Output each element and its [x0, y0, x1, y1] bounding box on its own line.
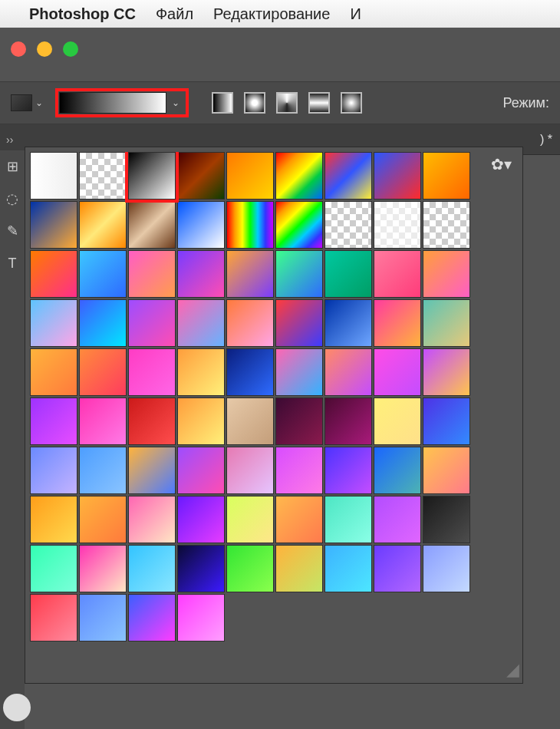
- gradient-swatch[interactable]: [374, 397, 421, 445]
- gradient-swatch[interactable]: [374, 496, 421, 543]
- linear-gradient-button[interactable]: [212, 92, 233, 114]
- gradient-swatch[interactable]: [324, 397, 372, 445]
- tool-icon[interactable]: ◌: [0, 183, 25, 215]
- gradient-swatch[interactable]: [423, 496, 470, 543]
- angle-gradient-button[interactable]: [276, 92, 298, 114]
- gradient-swatch[interactable]: [324, 447, 372, 494]
- zoom-tool-icon[interactable]: [3, 694, 31, 721]
- gradient-swatch[interactable]: [177, 152, 225, 200]
- gradient-swatch[interactable]: [423, 201, 470, 249]
- gradient-swatch[interactable]: [423, 447, 470, 494]
- current-gradient-preview[interactable]: [59, 92, 166, 114]
- gradient-swatch[interactable]: [275, 545, 323, 592]
- gradient-swatch[interactable]: [128, 545, 176, 592]
- gradient-swatch[interactable]: [226, 299, 274, 347]
- gradient-swatch[interactable]: [128, 447, 176, 494]
- chevron-down-icon[interactable]: ⌄: [35, 97, 43, 108]
- gradient-swatch[interactable]: [79, 545, 127, 592]
- gradient-swatch[interactable]: [275, 496, 323, 543]
- tool-preset-picker[interactable]: [11, 94, 32, 111]
- gradient-swatch[interactable]: [30, 152, 77, 200]
- gradient-swatch[interactable]: [30, 545, 77, 592]
- gradient-swatch[interactable]: [226, 348, 274, 396]
- gradient-swatch[interactable]: [226, 496, 274, 543]
- gradient-swatch[interactable]: [324, 152, 372, 200]
- expand-panels-icon[interactable]: ››: [0, 134, 19, 146]
- gradient-swatch[interactable]: [374, 348, 421, 396]
- diamond-gradient-button[interactable]: [341, 92, 362, 114]
- gradient-swatch[interactable]: [275, 348, 323, 396]
- resize-handle-icon[interactable]: ◢: [506, 660, 519, 680]
- gradient-swatch[interactable]: [128, 496, 176, 543]
- gradient-swatch[interactable]: [423, 152, 470, 200]
- menu-edit[interactable]: Редактирование: [213, 5, 330, 23]
- gradient-swatch[interactable]: [324, 299, 372, 347]
- gradient-swatch[interactable]: [275, 250, 323, 298]
- gradient-swatch[interactable]: [275, 447, 323, 494]
- gradient-swatch[interactable]: [374, 250, 421, 298]
- gradient-picker-chevron-icon[interactable]: ⌄: [166, 97, 185, 108]
- tool-icon[interactable]: T: [0, 247, 25, 279]
- gradient-swatch[interactable]: [226, 545, 274, 592]
- gradient-swatch[interactable]: [79, 447, 127, 494]
- gradient-swatch[interactable]: [374, 545, 421, 592]
- gradient-swatch[interactable]: [226, 152, 274, 200]
- gradient-swatch[interactable]: [79, 250, 127, 298]
- tool-icon[interactable]: ✎: [0, 215, 25, 247]
- app-name[interactable]: Photoshop CC: [29, 5, 136, 23]
- gradient-swatch[interactable]: [128, 250, 176, 298]
- gradient-swatch[interactable]: [275, 201, 323, 249]
- radial-gradient-button[interactable]: [244, 92, 265, 114]
- gradient-swatch[interactable]: [79, 348, 127, 396]
- gradient-swatch[interactable]: [423, 250, 470, 298]
- gradient-swatch[interactable]: [177, 447, 225, 494]
- gradient-swatch[interactable]: [177, 496, 225, 543]
- maximize-window-button[interactable]: [63, 41, 78, 57]
- gradient-swatch[interactable]: [177, 250, 225, 298]
- gradient-swatch[interactable]: [128, 594, 176, 642]
- gradient-swatch[interactable]: [374, 152, 421, 200]
- gradient-swatch[interactable]: [226, 397, 274, 445]
- gradient-swatch[interactable]: [79, 594, 127, 642]
- menu-cut[interactable]: И: [350, 5, 361, 23]
- gradient-swatch[interactable]: [30, 250, 77, 298]
- gradient-swatch[interactable]: [79, 299, 127, 347]
- gradient-swatch[interactable]: [30, 348, 77, 396]
- gradient-swatch[interactable]: [30, 201, 77, 249]
- gradient-swatch[interactable]: [177, 594, 225, 642]
- tool-icon[interactable]: ⊞: [0, 150, 25, 183]
- gradient-swatch[interactable]: [30, 397, 77, 445]
- gradient-swatch[interactable]: [30, 447, 77, 494]
- gradient-swatch[interactable]: [324, 250, 372, 298]
- menu-file[interactable]: Файл: [156, 5, 193, 23]
- gradient-swatch[interactable]: [30, 299, 77, 347]
- gear-icon[interactable]: ✿▾: [491, 155, 512, 173]
- close-window-button[interactable]: [11, 41, 26, 57]
- gradient-swatch[interactable]: [275, 397, 323, 445]
- gradient-swatch[interactable]: [30, 496, 77, 543]
- gradient-swatch[interactable]: [275, 299, 323, 347]
- gradient-swatch[interactable]: [374, 299, 421, 347]
- gradient-swatch[interactable]: [226, 447, 274, 494]
- gradient-swatch[interactable]: [30, 594, 77, 642]
- gradient-swatch[interactable]: [324, 496, 372, 543]
- gradient-swatch[interactable]: [128, 152, 176, 200]
- gradient-swatch[interactable]: [374, 201, 421, 249]
- gradient-swatch[interactable]: [226, 250, 274, 298]
- gradient-swatch[interactable]: [324, 201, 372, 249]
- gradient-swatch[interactable]: [275, 152, 323, 200]
- gradient-swatch[interactable]: [177, 299, 225, 347]
- gradient-swatch[interactable]: [226, 201, 274, 249]
- gradient-swatch[interactable]: [177, 201, 225, 249]
- gradient-swatch[interactable]: [423, 299, 470, 347]
- gradient-swatch[interactable]: [79, 397, 127, 445]
- gradient-swatch[interactable]: [177, 545, 225, 592]
- gradient-swatch[interactable]: [374, 447, 421, 494]
- gradient-swatch[interactable]: [177, 397, 225, 445]
- gradient-swatch[interactable]: [128, 299, 176, 347]
- gradient-swatch[interactable]: [79, 496, 127, 543]
- gradient-swatch[interactable]: [423, 397, 470, 445]
- minimize-window-button[interactable]: [37, 41, 52, 57]
- gradient-swatch[interactable]: [79, 152, 127, 200]
- reflected-gradient-button[interactable]: [308, 92, 330, 114]
